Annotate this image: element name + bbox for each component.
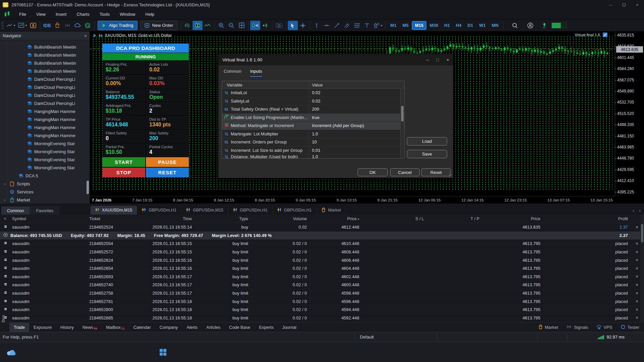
crosshair-button[interactable] (298, 21, 308, 30)
dialog-tab-common[interactable]: Common (224, 69, 241, 77)
order-row[interactable]: xauusdm21846527402026.01.13 16:55:17buy … (0, 281, 644, 289)
inputs-table-scrollbar[interactable] (400, 89, 404, 158)
bar-chart-mode-button[interactable] (182, 21, 193, 30)
cloud-icon[interactable] (72, 21, 83, 30)
tree-item[interactable]: ⚙Services (0, 188, 90, 196)
load-button[interactable]: Load (407, 137, 447, 145)
navigator-tab-common[interactable]: Common (1, 206, 30, 215)
statusbar-profile[interactable]: Default (360, 335, 374, 340)
input-row[interactable]: ½Distance: Multiplier (Used for both)1.0 (222, 155, 404, 159)
input-value[interactable]: 1.0 (309, 131, 404, 136)
menu-charts[interactable]: Charts (71, 9, 94, 19)
toolbox-tab-alerts[interactable]: Alerts (182, 323, 202, 332)
tree-item[interactable]: DarkCloud PiercingLi (0, 91, 90, 99)
tree-item[interactable]: HangingMan Hamme (0, 115, 90, 123)
column-header-profit[interactable]: Profit (542, 217, 630, 221)
toolbox-tab-journal[interactable]: Journal (278, 323, 301, 332)
market-toolbar-icon[interactable] (52, 21, 62, 30)
input-row[interactable]: ½SafetyLot0.02 (222, 97, 404, 106)
tree-item[interactable]: HangingMan Hamme (0, 131, 90, 139)
tree-item[interactable]: DCA 5 (0, 172, 90, 180)
tree-item[interactable]: MorningEvening Star (0, 147, 90, 156)
chart-tab-market[interactable]: Market (317, 206, 346, 215)
order-row[interactable]: xauusdm21846525542026.01.13 16:55:15buy … (0, 240, 644, 248)
menu-file[interactable]: File (14, 9, 31, 19)
input-row[interactable]: ½Martingale: Lot Multiplier1.0 (222, 130, 404, 138)
timeframe-d1[interactable]: D1 (465, 21, 476, 30)
tree-item[interactable]: HangingMan Hamme (0, 123, 90, 131)
input-value[interactable]: Increment (Add per Group) (309, 123, 404, 128)
column-header-price[interactable]: Price (481, 217, 542, 221)
channel-tool[interactable] (342, 21, 352, 30)
vps-radar-icon[interactable] (83, 21, 93, 30)
auto-scroll-button[interactable] (250, 21, 260, 30)
horizontal-line-tool[interactable] (322, 21, 332, 30)
timeframe-w1[interactable]: W1 (476, 21, 488, 30)
input-row[interactable]: ½InitialLot0.02 (222, 89, 404, 97)
position-row[interactable]: xauusdm21846525242026.01.13 16:55:14buy0… (0, 223, 644, 232)
tree-item[interactable]: ›Scripts (0, 180, 90, 188)
navigator-close-icon[interactable]: × (84, 33, 87, 39)
link-market[interactable]: Market (538, 324, 558, 330)
order-row[interactable]: xauusdm21846526932026.01.13 16:55:17buy … (0, 273, 644, 281)
expand-arrow-icon[interactable]: › (4, 181, 9, 186)
chart-tab-xauusdm-m15[interactable]: XAUUSDm,M15 (91, 206, 137, 215)
column-header-symbol[interactable]: Symbol (10, 217, 87, 221)
reset-button[interactable]: RESET (146, 168, 189, 177)
expand-arrow-icon[interactable]: › (4, 197, 9, 202)
input-value[interactable]: 10 (309, 139, 404, 144)
input-value[interactable]: 0.02 (309, 90, 404, 95)
chart-profile-button[interactable]: ▾ (5, 21, 17, 30)
timeframe-m1[interactable]: M1 (388, 21, 399, 30)
reset-button[interactable]: Reset (421, 168, 451, 176)
order-row[interactable]: xauusdm21846527582026.01.13 16:55:17buy … (0, 289, 644, 298)
tree-item[interactable]: BullishBearish Meetin (0, 51, 90, 59)
order-row[interactable]: xauusdm21846527812026.01.13 16:55:18buy … (0, 297, 644, 306)
stop-button[interactable]: STOP (102, 168, 145, 177)
statusbar-connection[interactable]: 92.97 ms (598, 335, 625, 340)
menu-help[interactable]: Help (140, 9, 159, 19)
save-button[interactable]: Save (407, 150, 447, 158)
toolbox-tab-history[interactable]: History (56, 323, 78, 332)
column-header-tp[interactable]: T / P (426, 217, 481, 221)
timeframe-m5[interactable]: M5 (400, 21, 411, 30)
link-signals[interactable]: Signals (566, 325, 588, 330)
metaeditor-button[interactable]: IDE (42, 21, 52, 30)
tree-item[interactable]: MorningEvening Star (0, 139, 90, 147)
input-row[interactable]: 01Increment: Orders per Group10 (222, 138, 404, 146)
restore-button[interactable] (617, 0, 631, 9)
order-row[interactable]: xauusdm21846526242026.01.13 16:55:16buy … (0, 256, 644, 264)
toolbox-tab-trade[interactable]: Trade (9, 323, 29, 332)
weather-icon[interactable] (6, 347, 17, 358)
value-column-header[interactable]: Value (309, 82, 404, 87)
menu-view[interactable]: View (31, 9, 51, 19)
menu-insert[interactable]: Insert (51, 9, 72, 19)
tree-item[interactable]: BullishBearish Meetin (0, 59, 90, 67)
tree-item[interactable]: MorningEvening Star (0, 164, 90, 172)
chevron-left-icon[interactable]: ‹ (633, 207, 634, 213)
toolbox-tab-company[interactable]: Company (155, 323, 182, 332)
tree-item[interactable]: BullishBearish Meetin (0, 43, 90, 51)
timeframe-h4[interactable]: H4 (453, 21, 464, 30)
input-value[interactable]: 200 (309, 107, 404, 112)
chevron-right-icon[interactable]: › (639, 207, 641, 213)
chart-tab-gbpusdm-h1[interactable]: GBPUSDm,H1 (228, 206, 273, 215)
search-icon[interactable] (510, 21, 520, 30)
toolbox-tab-mailbox[interactable]: Mailbox11 (102, 323, 129, 332)
toolbox-tab-code-base[interactable]: Code Base (225, 323, 255, 332)
variable-column-header[interactable]: Variable (222, 81, 309, 88)
input-value[interactable]: 0.02 (309, 99, 404, 104)
toolbox-tab-exposure[interactable]: Exposure (29, 323, 56, 332)
start-button[interactable] (158, 347, 168, 358)
chart-tab-gbpusdm-h1[interactable]: GBPUSDm,H1 (273, 206, 317, 215)
new-order-button[interactable]: New Order (140, 21, 177, 30)
column-header-price[interactable]: Price▾ (309, 217, 361, 221)
signals-toolbar-icon[interactable] (62, 21, 72, 30)
one-click-trading-icon[interactable] (93, 34, 97, 37)
price-scale[interactable]: 4635.8154618.6304601.4454584.2604567.075… (615, 32, 644, 196)
ok-button[interactable]: OK (358, 168, 388, 176)
dialog-titlebar[interactable]: Virtual final 1.6 1.90 – × (218, 54, 453, 65)
line-chart-mode-button[interactable] (203, 21, 213, 30)
tile-windows-button[interactable] (236, 21, 247, 30)
tree-item[interactable]: HangingMan Hamme (0, 107, 90, 115)
